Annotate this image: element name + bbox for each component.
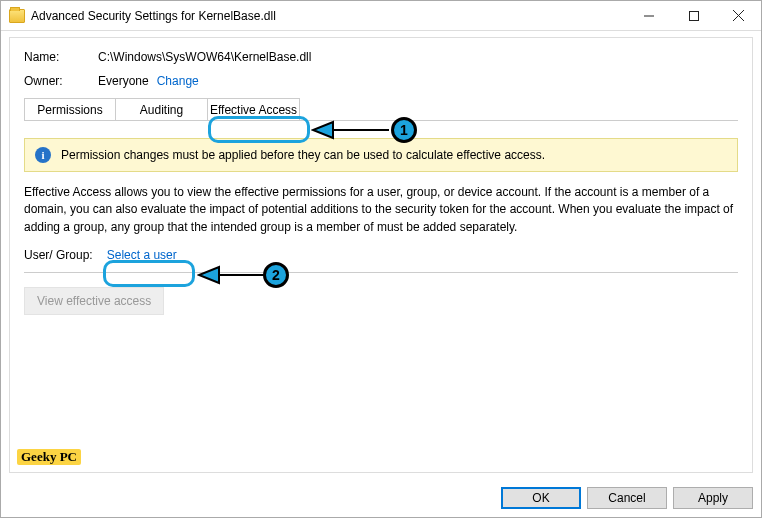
annotation-arrow-2 (197, 259, 267, 291)
tab-auditing[interactable]: Auditing (116, 98, 208, 120)
titlebar: Advanced Security Settings for KernelBas… (1, 1, 761, 31)
owner-label: Owner: (24, 74, 98, 88)
user-group-label: User/ Group: (24, 248, 93, 262)
user-group-row: User/ Group: Select a user (24, 248, 738, 262)
footer-buttons: OK Cancel Apply (501, 487, 753, 509)
minimize-button[interactable] (626, 1, 671, 30)
owner-row: Owner: Everyone Change (24, 74, 738, 88)
change-owner-link[interactable]: Change (157, 74, 199, 88)
maximize-button[interactable] (671, 1, 716, 30)
view-effective-access-button: View effective access (24, 287, 164, 315)
cancel-button[interactable]: Cancel (587, 487, 667, 509)
apply-button[interactable]: Apply (673, 487, 753, 509)
ok-button[interactable]: OK (501, 487, 581, 509)
description-text: Effective Access allows you to view the … (24, 184, 738, 236)
info-message: Permission changes must be applied befor… (61, 148, 545, 162)
content-frame: Name: C:\Windows\SysWOW64\KernelBase.dll… (9, 37, 753, 473)
folder-icon (9, 9, 25, 23)
svg-rect-1 (689, 11, 698, 20)
divider (24, 272, 738, 273)
tab-permissions[interactable]: Permissions (24, 98, 116, 120)
close-button[interactable] (716, 1, 761, 30)
window: Advanced Security Settings for KernelBas… (0, 0, 762, 518)
annotation-number-1: 1 (391, 117, 417, 143)
watermark: Geeky PC (17, 449, 81, 465)
annotation-arrow-1 (311, 114, 391, 146)
name-value: C:\Windows\SysWOW64\KernelBase.dll (98, 50, 311, 64)
name-row: Name: C:\Windows\SysWOW64\KernelBase.dll (24, 50, 738, 64)
tab-effective-access[interactable]: Effective Access (208, 98, 300, 120)
select-user-link[interactable]: Select a user (107, 248, 177, 262)
annotation-number-2: 2 (263, 262, 289, 288)
info-icon: i (35, 147, 51, 163)
owner-value: Everyone (98, 74, 149, 88)
name-label: Name: (24, 50, 98, 64)
window-title: Advanced Security Settings for KernelBas… (31, 9, 626, 23)
